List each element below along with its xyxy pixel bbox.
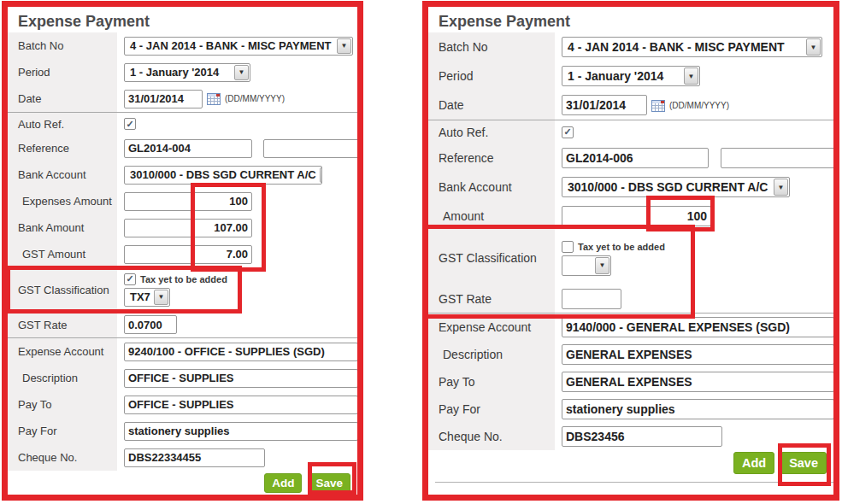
reference-input[interactable] bbox=[562, 148, 709, 168]
expense-account-input[interactable] bbox=[562, 317, 834, 337]
description-input[interactable] bbox=[562, 344, 834, 365]
row-expense-account: Expense Account bbox=[8, 338, 357, 365]
gst-amount-input[interactable] bbox=[124, 245, 252, 264]
expense-account-label: Expense Account bbox=[428, 314, 555, 341]
tax-yet-to-be-added-label: Tax yet to be added bbox=[578, 242, 665, 252]
reference-input[interactable] bbox=[124, 139, 252, 158]
action-buttons: Add Save bbox=[8, 471, 357, 495]
row-gst-rate: GST Rate bbox=[428, 285, 833, 313]
gst-rate-label: GST Rate bbox=[8, 312, 117, 337]
bank-account-select[interactable]: 3010/000 - DBS SGD CURRENT A/C ▼ bbox=[124, 166, 322, 185]
amount-input[interactable] bbox=[562, 206, 711, 226]
tax-yet-to-be-added-label: Tax yet to be added bbox=[140, 274, 227, 284]
batch-no-value: 4 - JAN 2014 - BANK - MISC PAYMENT bbox=[125, 39, 334, 52]
batch-no-label: Batch No bbox=[8, 32, 117, 59]
date-label: Date bbox=[428, 91, 555, 120]
bank-amount-input[interactable] bbox=[124, 219, 252, 237]
action-buttons: Add Save bbox=[428, 450, 833, 476]
reference-secondary-input[interactable] bbox=[721, 148, 839, 168]
gst-classification-select[interactable]: TX7 ▼ bbox=[124, 288, 170, 307]
chevron-down-icon[interactable]: ▼ bbox=[154, 290, 168, 305]
auto-ref-label: Auto Ref. bbox=[8, 113, 117, 135]
row-period: Period 1 - January '2014 ▼ bbox=[428, 62, 833, 91]
reference-secondary-input[interactable] bbox=[263, 139, 363, 158]
bank-account-label: Bank Account bbox=[428, 173, 555, 202]
pay-to-input[interactable] bbox=[562, 372, 834, 392]
gst-rate-label: GST Rate bbox=[428, 285, 555, 313]
date-input[interactable] bbox=[124, 90, 203, 108]
row-batch-no: Batch No 4 - JAN 2014 - BANK - MISC PAYM… bbox=[8, 32, 357, 59]
chevron-down-icon[interactable]: ▼ bbox=[595, 257, 609, 274]
row-date: Date (DD/MM/YYYY) bbox=[428, 91, 833, 120]
expenses-amount-input[interactable] bbox=[124, 192, 252, 211]
pay-for-input[interactable] bbox=[562, 399, 834, 419]
row-description: Description bbox=[8, 365, 357, 391]
pay-for-input[interactable] bbox=[124, 422, 358, 441]
gst-classification-select[interactable]: ▼ bbox=[562, 255, 611, 276]
row-description: Description bbox=[428, 341, 833, 368]
bank-account-value: 3010/000 - DBS SGD CURRENT A/C bbox=[562, 180, 770, 194]
add-button[interactable]: Add bbox=[264, 473, 302, 493]
chevron-down-icon[interactable]: ▼ bbox=[684, 67, 698, 85]
row-amount: Amount bbox=[428, 202, 833, 231]
expense-account-input[interactable] bbox=[124, 343, 358, 361]
row-auto-ref: Auto Ref. ✓ bbox=[8, 113, 357, 135]
add-button[interactable]: Add bbox=[733, 452, 774, 474]
row-bank-amount: Bank Amount bbox=[8, 214, 357, 241]
reference-label: Reference bbox=[8, 135, 117, 161]
auto-ref-checkbox[interactable]: ✓ bbox=[562, 126, 574, 138]
chevron-down-icon[interactable]: ▼ bbox=[337, 38, 351, 54]
chevron-down-icon[interactable]: ▼ bbox=[320, 167, 322, 183]
save-button[interactable]: Save bbox=[780, 452, 827, 474]
save-button[interactable]: Save bbox=[308, 473, 350, 493]
gst-classification-label: GST Classification bbox=[8, 267, 117, 312]
calendar-icon[interactable] bbox=[207, 92, 221, 105]
period-select[interactable]: 1 - January '2014 ▼ bbox=[124, 63, 250, 82]
chevron-down-icon[interactable]: ▼ bbox=[774, 179, 788, 196]
bank-account-value: 3010/000 - DBS SGD CURRENT A/C bbox=[125, 168, 319, 181]
date-format-hint: (DD/MM/YYYY) bbox=[669, 101, 729, 110]
cheque-no-label: Cheque No. bbox=[8, 444, 117, 471]
row-bank-account: Bank Account 3010/000 - DBS SGD CURRENT … bbox=[428, 173, 833, 202]
batch-no-select[interactable]: 4 - JAN 2014 - BANK - MISC PAYMENT ▼ bbox=[562, 37, 822, 57]
row-expenses-amount: Expenses Amount bbox=[8, 188, 357, 214]
row-cheque-no: Cheque No. bbox=[8, 444, 357, 471]
chevron-down-icon[interactable]: ▼ bbox=[234, 65, 249, 80]
page-title: Expense Payment bbox=[428, 7, 833, 32]
calendar-icon[interactable] bbox=[651, 99, 665, 112]
row-gst-amount: GST Amount bbox=[8, 241, 357, 267]
chevron-down-icon[interactable]: ▼ bbox=[806, 38, 821, 56]
row-pay-for: Pay For bbox=[8, 418, 357, 444]
description-label: Description bbox=[8, 365, 117, 391]
batch-no-select[interactable]: 4 - JAN 2014 - BANK - MISC PAYMENT ▼ bbox=[124, 37, 353, 56]
bottom-divider bbox=[435, 482, 833, 483]
row-bank-account: Bank Account 3010/000 - DBS SGD CURRENT … bbox=[8, 161, 357, 188]
gst-rate-input[interactable] bbox=[124, 315, 177, 334]
description-label: Description bbox=[428, 341, 555, 368]
tax-yet-to-be-added-checkbox[interactable]: ✓ bbox=[124, 273, 136, 285]
row-date: Date (DD/MM/YYYY) bbox=[8, 85, 357, 112]
gst-rate-input[interactable] bbox=[562, 289, 621, 309]
row-auto-ref: Auto Ref. ✓ bbox=[428, 120, 833, 144]
amount-label: Amount bbox=[428, 202, 555, 231]
cheque-no-input[interactable] bbox=[562, 426, 722, 447]
period-label: Period bbox=[8, 59, 117, 85]
tax-yet-to-be-added-checkbox[interactable] bbox=[562, 241, 574, 253]
bank-account-select[interactable]: 3010/000 - DBS SGD CURRENT A/C ▼ bbox=[562, 177, 790, 197]
pay-to-label: Pay To bbox=[8, 391, 117, 418]
bank-account-label: Bank Account bbox=[8, 161, 117, 188]
description-input[interactable] bbox=[124, 369, 358, 388]
cheque-no-input[interactable] bbox=[124, 448, 265, 467]
date-format-hint: (DD/MM/YYYY) bbox=[225, 94, 285, 103]
pay-for-label: Pay For bbox=[8, 418, 117, 444]
pay-to-input[interactable] bbox=[124, 396, 358, 414]
expense-payment-panel-right: Expense Payment Batch No 4 - JAN 2014 - … bbox=[422, 1, 839, 501]
page-title: Expense Payment bbox=[8, 7, 357, 32]
gst-classification-label: GST Classification bbox=[428, 231, 555, 285]
period-select[interactable]: 1 - January '2014 ▼ bbox=[562, 66, 700, 86]
date-input[interactable] bbox=[562, 95, 647, 115]
auto-ref-checkbox[interactable]: ✓ bbox=[124, 118, 136, 130]
cheque-no-label: Cheque No. bbox=[428, 423, 555, 450]
gst-classification-value: TX7 bbox=[125, 290, 153, 303]
expense-account-label: Expense Account bbox=[8, 338, 117, 365]
